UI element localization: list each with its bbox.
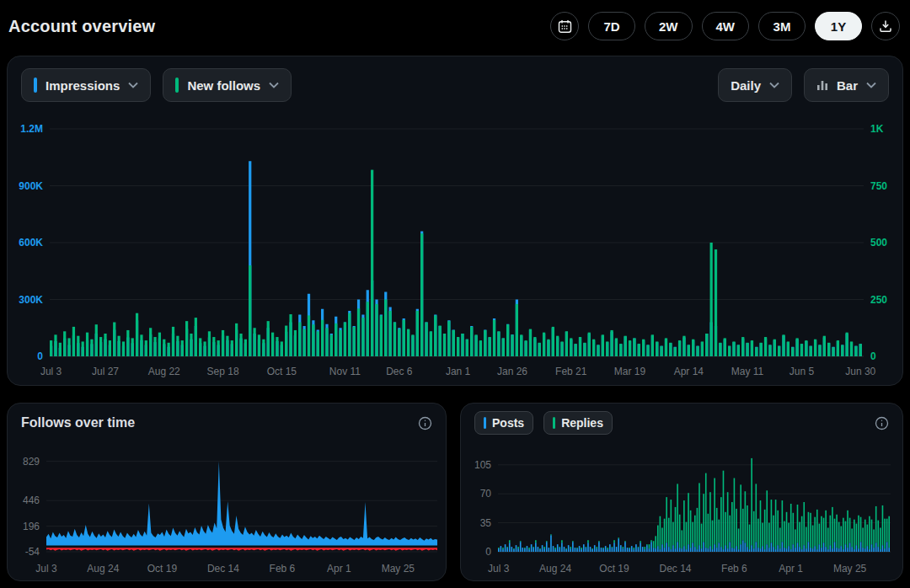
metric-selectors: Impressions New follows bbox=[21, 68, 292, 102]
replies-chip-label: Replies bbox=[561, 416, 603, 430]
follows-info-button[interactable] bbox=[418, 416, 432, 430]
svg-text:Mar 19: Mar 19 bbox=[614, 366, 646, 377]
svg-text:Jul 3: Jul 3 bbox=[35, 563, 57, 575]
svg-text:0: 0 bbox=[485, 546, 491, 558]
svg-text:750: 750 bbox=[870, 180, 887, 192]
svg-text:70: 70 bbox=[480, 488, 492, 500]
svg-text:Jun 5: Jun 5 bbox=[790, 366, 815, 377]
svg-text:Sep 18: Sep 18 bbox=[207, 366, 239, 377]
posts-chip-label: Posts bbox=[492, 416, 524, 430]
impressions-dropdown[interactable]: Impressions bbox=[21, 68, 151, 102]
svg-text:Aug 24: Aug 24 bbox=[87, 563, 119, 575]
range-4w-button[interactable]: 4W bbox=[702, 12, 750, 40]
svg-text:500: 500 bbox=[870, 237, 887, 249]
posts-panel-header: Posts Replies bbox=[461, 404, 902, 442]
svg-text:Feb 6: Feb 6 bbox=[270, 563, 296, 575]
chevron-down-icon bbox=[128, 82, 138, 88]
svg-text:Aug 24: Aug 24 bbox=[539, 563, 571, 575]
svg-text:829: 829 bbox=[23, 456, 40, 468]
posts-info-button[interactable] bbox=[875, 416, 889, 430]
granularity-label: Daily bbox=[731, 78, 761, 93]
svg-text:Dec 6: Dec 6 bbox=[386, 366, 413, 377]
svg-text:Apr 1: Apr 1 bbox=[327, 563, 351, 575]
calendar-icon bbox=[558, 19, 572, 34]
svg-text:35: 35 bbox=[480, 517, 492, 529]
new-follows-label: New follows bbox=[187, 78, 260, 93]
svg-text:Jun 30: Jun 30 bbox=[845, 366, 875, 377]
svg-text:105: 105 bbox=[474, 459, 491, 471]
follows-chart[interactable]: -54196446829Jul 3Aug 24Oct 19Dec 14Feb 6… bbox=[8, 442, 446, 579]
svg-text:-54: -54 bbox=[25, 546, 40, 558]
range-7d-button[interactable]: 7D bbox=[588, 12, 635, 40]
svg-text:May 25: May 25 bbox=[382, 563, 415, 575]
download-button[interactable] bbox=[871, 12, 900, 40]
replies-chip[interactable]: Replies bbox=[543, 411, 613, 435]
follows-panel-title: Follows over time bbox=[21, 415, 135, 430]
svg-text:Dec 14: Dec 14 bbox=[659, 563, 691, 575]
range-2w-button[interactable]: 2W bbox=[645, 12, 693, 40]
posts-legend: Posts Replies bbox=[474, 411, 613, 435]
chart-settings: Daily Bar bbox=[718, 68, 889, 102]
granularity-dropdown[interactable]: Daily bbox=[718, 68, 792, 102]
posts-panel: Posts Replies 03570105Jul 3Aug 24Oct 19D… bbox=[460, 403, 903, 581]
posts-accent-bar bbox=[484, 417, 486, 429]
svg-text:0: 0 bbox=[37, 350, 43, 362]
svg-text:300K: 300K bbox=[19, 294, 43, 306]
chevron-down-icon bbox=[866, 82, 876, 88]
replies-accent-bar bbox=[553, 417, 555, 429]
follows-panel: Follows over time -54196446829Jul 3Aug 2… bbox=[7, 403, 447, 581]
svg-text:Jul 3: Jul 3 bbox=[40, 366, 62, 377]
info-icon bbox=[418, 416, 432, 430]
svg-text:1.2M: 1.2M bbox=[20, 123, 43, 135]
svg-text:Dec 14: Dec 14 bbox=[207, 563, 239, 575]
page-header: Account overview 7D2W4W3M1Y bbox=[0, 0, 910, 52]
bar-chart-icon bbox=[816, 79, 828, 91]
svg-text:900K: 900K bbox=[19, 180, 43, 192]
svg-text:Apr 14: Apr 14 bbox=[674, 366, 704, 377]
info-icon bbox=[875, 416, 889, 430]
chart-type-label: Bar bbox=[837, 78, 858, 93]
svg-text:May 25: May 25 bbox=[833, 563, 867, 575]
svg-text:Jan 1: Jan 1 bbox=[446, 366, 471, 377]
svg-text:Feb 6: Feb 6 bbox=[721, 563, 747, 575]
calendar-button[interactable] bbox=[550, 12, 579, 40]
range-1y-button[interactable]: 1Y bbox=[815, 12, 862, 40]
posts-chip[interactable]: Posts bbox=[474, 411, 533, 435]
svg-text:446: 446 bbox=[23, 494, 40, 506]
chart-type-dropdown[interactable]: Bar bbox=[804, 68, 889, 102]
svg-text:Oct 15: Oct 15 bbox=[267, 366, 297, 377]
svg-text:Nov 11: Nov 11 bbox=[329, 366, 361, 377]
chevron-down-icon bbox=[769, 82, 779, 88]
svg-text:196: 196 bbox=[23, 521, 40, 532]
impressions-label: Impressions bbox=[46, 78, 120, 93]
svg-text:Jul 27: Jul 27 bbox=[92, 366, 119, 377]
svg-text:600K: 600K bbox=[19, 237, 43, 249]
chevron-down-icon bbox=[269, 82, 279, 88]
svg-text:Jan 26: Jan 26 bbox=[497, 366, 527, 377]
impressions-accent-bar bbox=[34, 78, 37, 93]
new-follows-accent-bar bbox=[175, 78, 179, 93]
new-follows-dropdown[interactable]: New follows bbox=[163, 68, 292, 102]
svg-text:1K: 1K bbox=[870, 123, 884, 135]
svg-text:Apr 1: Apr 1 bbox=[779, 563, 803, 575]
follows-panel-header: Follows over time bbox=[8, 404, 446, 442]
svg-text:Aug 22: Aug 22 bbox=[148, 366, 180, 377]
svg-text:Feb 21: Feb 21 bbox=[555, 366, 587, 377]
svg-text:Oct 19: Oct 19 bbox=[147, 563, 178, 575]
posts-replies-chart[interactable]: 03570105Jul 3Aug 24Oct 19Dec 14Feb 6Apr … bbox=[461, 442, 902, 579]
svg-text:250: 250 bbox=[870, 294, 887, 306]
download-icon bbox=[879, 19, 892, 33]
page-title: Account overview bbox=[8, 17, 155, 36]
range-controls: 7D2W4W3M1Y bbox=[550, 12, 900, 40]
range-3m-button[interactable]: 3M bbox=[758, 12, 806, 40]
range-pill-group: 7D2W4W3M1Y bbox=[588, 12, 862, 40]
overview-controls: Impressions New follows Daily Bar bbox=[8, 56, 902, 114]
svg-text:Jul 3: Jul 3 bbox=[488, 563, 510, 575]
svg-text:0: 0 bbox=[870, 350, 876, 362]
svg-text:May 11: May 11 bbox=[731, 366, 764, 377]
overview-chart[interactable]: 00300K250600K500900K7501.2M1KJul 3Jul 27… bbox=[8, 114, 902, 382]
svg-text:Oct 19: Oct 19 bbox=[599, 563, 629, 575]
overview-panel: Impressions New follows Daily Bar bbox=[7, 56, 903, 386]
